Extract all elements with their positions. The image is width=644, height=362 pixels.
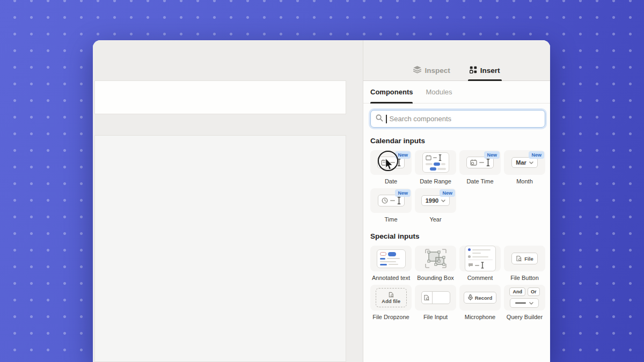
mouse-cursor-icon xyxy=(385,158,393,170)
panel-tab-bar: Inspect Insert xyxy=(363,40,550,81)
component-month[interactable]: New Mar Month xyxy=(504,150,545,185)
search-placeholder: Search components xyxy=(390,115,452,123)
subtab-modules[interactable]: Modules xyxy=(426,81,452,103)
new-badge: New xyxy=(529,151,544,159)
new-badge: New xyxy=(484,151,500,159)
component-date-range-thumbnail[interactable] xyxy=(415,150,456,175)
microphone-preview: Record xyxy=(464,292,497,304)
calendar-clock-icon xyxy=(470,159,477,166)
file-search-icon xyxy=(423,294,430,301)
clock-icon xyxy=(382,197,388,204)
query-or-chip: Or xyxy=(528,287,540,296)
component-file-dropzone-label: File Dropzone xyxy=(372,314,409,321)
chevron-down-icon xyxy=(529,302,533,305)
bounding-box-preview xyxy=(425,248,447,269)
component-query-builder-label: Query Builder xyxy=(507,314,543,321)
query-builder-preview: And Or xyxy=(509,287,539,308)
component-time[interactable]: New Time xyxy=(370,188,412,223)
ibeam-icon xyxy=(481,262,484,269)
right-panel: Inspect Insert Components Modules xyxy=(363,40,550,362)
component-comment-label: Comment xyxy=(467,275,493,282)
query-and-chip: And xyxy=(509,287,525,296)
component-date-time[interactable]: New Date Time xyxy=(459,150,501,185)
component-bounding-box-thumbnail[interactable] xyxy=(415,246,456,271)
component-annotated-text-label: Annotated text xyxy=(372,275,410,282)
comment-preview xyxy=(465,246,496,271)
panel-content: Search components Calendar inputs New xyxy=(363,104,550,362)
search-icon xyxy=(376,114,383,124)
microphone-text: Record xyxy=(475,295,493,301)
chevron-down-icon xyxy=(529,161,533,164)
chevron-down-icon xyxy=(441,200,445,202)
component-file-button-thumbnail[interactable]: File xyxy=(504,246,545,271)
tab-inspect[interactable]: Inspect xyxy=(413,66,450,80)
component-query-builder-thumbnail[interactable]: And Or xyxy=(504,285,545,311)
component-query-builder[interactable]: And Or Query Builder xyxy=(504,285,545,321)
file-search-icon xyxy=(388,292,394,298)
ibeam-icon xyxy=(397,197,401,204)
component-year-thumbnail[interactable]: New 1990 xyxy=(415,188,456,213)
file-button-preview: File xyxy=(511,253,537,264)
calendar-icon xyxy=(426,155,431,160)
component-month-thumbnail[interactable]: New Mar xyxy=(504,150,545,175)
search-input[interactable]: Search components xyxy=(370,110,545,128)
component-bounding-box[interactable]: Bounding Box xyxy=(415,246,456,282)
file-button-text: File xyxy=(524,256,533,262)
editor-canvas[interactable] xyxy=(93,40,363,362)
microphone-icon xyxy=(468,294,473,301)
subtab-components[interactable]: Components xyxy=(370,81,413,103)
file-dropzone-preview: Add file xyxy=(376,288,407,307)
component-microphone[interactable]: Record Microphone xyxy=(459,285,501,321)
component-comment-thumbnail[interactable] xyxy=(459,246,501,271)
new-badge: New xyxy=(440,189,455,197)
component-file-input-label: File Input xyxy=(423,314,448,321)
component-date-range[interactable]: Date Range xyxy=(415,150,456,185)
component-microphone-thumbnail[interactable]: Record xyxy=(459,285,501,311)
year-select-preview: 1990 xyxy=(421,195,450,206)
component-time-thumbnail[interactable]: New xyxy=(370,188,412,213)
annotated-text-preview xyxy=(377,249,406,268)
text-caret xyxy=(386,115,387,123)
component-date[interactable]: New Date xyxy=(370,150,412,185)
component-date-label: Date xyxy=(385,178,397,185)
file-search-icon xyxy=(516,255,522,262)
component-file-button-label: File Button xyxy=(510,275,539,282)
ibeam-icon xyxy=(438,154,442,161)
canvas-container-widget[interactable] xyxy=(94,135,346,362)
special-inputs-grid: Annotated text xyxy=(370,246,545,321)
month-select-value: Mar xyxy=(516,159,526,166)
component-date-time-thumbnail[interactable]: New xyxy=(459,150,501,175)
month-select-preview: Mar xyxy=(511,157,538,168)
component-comment[interactable]: Comment xyxy=(459,246,501,282)
canvas-navbar-widget[interactable] xyxy=(94,80,346,114)
component-annotated-text-thumbnail[interactable] xyxy=(370,246,412,271)
subtab-modules-label: Modules xyxy=(426,88,452,96)
tab-insert-label: Insert xyxy=(480,67,500,75)
component-time-label: Time xyxy=(384,216,397,223)
component-month-label: Month xyxy=(516,178,533,185)
component-date-time-label: Date Time xyxy=(466,178,493,185)
component-annotated-text[interactable]: Annotated text xyxy=(370,246,412,282)
component-file-dropzone-thumbnail[interactable]: Add file xyxy=(370,285,412,311)
comment-bubble-icon xyxy=(468,263,473,268)
component-year[interactable]: New 1990 Year xyxy=(415,188,456,223)
tab-insert[interactable]: Insert xyxy=(470,66,500,80)
file-input-preview xyxy=(421,291,450,304)
panel-subtab-bar: Components Modules xyxy=(363,81,550,104)
date-range-preview xyxy=(422,152,449,173)
year-select-value: 1990 xyxy=(426,197,438,204)
component-date-thumbnail[interactable]: New xyxy=(370,150,412,175)
subtab-components-label: Components xyxy=(370,88,413,96)
component-file-input[interactable]: File Input xyxy=(415,285,456,321)
component-microphone-label: Microphone xyxy=(465,314,495,321)
component-file-button[interactable]: File File Button xyxy=(504,246,545,282)
component-file-input-thumbnail[interactable] xyxy=(415,285,456,311)
layers-icon xyxy=(413,66,421,75)
component-bounding-box-label: Bounding Box xyxy=(417,275,454,282)
component-year-label: Year xyxy=(429,216,441,223)
insert-components-icon xyxy=(470,66,477,75)
component-file-dropzone[interactable]: Add file File Dropzone xyxy=(370,285,412,321)
component-date-range-label: Date Range xyxy=(420,178,451,185)
file-dropzone-text: Add file xyxy=(382,298,400,304)
app-window: Inspect Insert Components Modules xyxy=(93,40,550,362)
